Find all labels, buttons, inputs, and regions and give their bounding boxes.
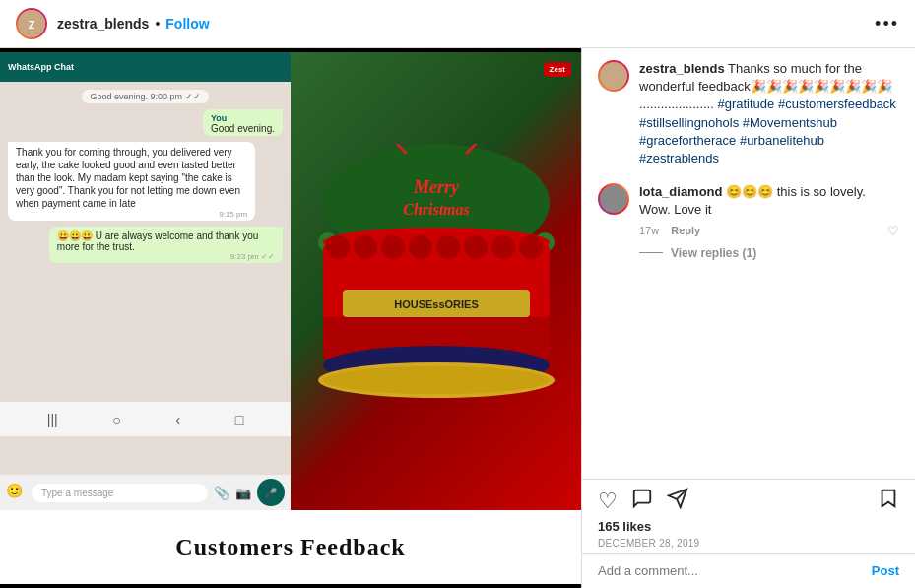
chat-bubble-sent-2: 😀😀😀 U are always welcome and thank you m… — [49, 227, 283, 263]
main-comment-username[interactable]: zestra_blends — [639, 61, 725, 76]
mic-icon: 🎤 — [265, 488, 277, 498]
add-comment-area: Post — [582, 553, 915, 588]
view-replies-text[interactable]: View replies (1) — [671, 246, 756, 260]
main-comment-content: zestra_blends Thanks so much for the won… — [639, 60, 899, 167]
comment-button[interactable] — [631, 488, 653, 515]
hashtag-zestrablends[interactable]: #zestrablends — [639, 151, 719, 165]
reply-button[interactable]: Reply — [671, 225, 700, 236]
chat-time-1: 9:15 pm — [16, 210, 247, 219]
chat-sent-text-1: Good evening. — [211, 123, 275, 134]
hashtag-gracefortherace[interactable]: #gracefortherace — [639, 133, 736, 148]
add-comment-input[interactable] — [598, 563, 864, 578]
cake-image-area: Zest Merry Christmas — [291, 52, 581, 510]
svg-text:HOUSEssORIES: HOUSEssORIES — [394, 298, 479, 310]
camera-icon: 📷 — [235, 486, 251, 500]
svg-point-16 — [409, 235, 432, 259]
emoji-icon: 🙂 — [6, 483, 26, 502]
main-layout: WhatsApp Chat Good evening. 9:00 pm ✓✓ Y… — [0, 48, 915, 588]
chat-bubble-received-1: Thank you for coming through, you delive… — [8, 142, 255, 221]
header-username[interactable]: zestra_blends — [57, 16, 149, 32]
chat-sent-text-2: 😀😀😀 U are always welcome and thank you m… — [57, 230, 275, 252]
comment-item: lota_diamond 😊😊😊 this is so lovely. Wow.… — [598, 183, 899, 237]
cake-logo-badge: Zest — [544, 62, 571, 77]
chat-input-placeholder: Type a message — [41, 488, 113, 498]
view-replies-line — [639, 252, 663, 253]
svg-point-19 — [491, 235, 515, 259]
svg-text:Christmas: Christmas — [403, 201, 470, 218]
chat-time-2: 9:23 pm ✓✓ — [57, 252, 275, 261]
composite-image: WhatsApp Chat Good evening. 9:00 pm ✓✓ Y… — [0, 52, 581, 584]
svg-point-18 — [464, 235, 488, 259]
svg-marker-29 — [882, 490, 895, 507]
comments-area: zestra_blends Thanks so much for the won… — [582, 48, 915, 479]
post-header: Z zestra_blends • Follow ••• — [0, 0, 915, 48]
comment-avatar-img — [600, 185, 627, 213]
mic-button[interactable]: 🎤 — [257, 479, 285, 506]
phone-nav-recents: □ — [235, 412, 243, 427]
commenter-username[interactable]: lota_diamond — [639, 184, 723, 199]
comment-time: 17w — [639, 225, 659, 236]
svg-text:Merry: Merry — [413, 177, 460, 197]
svg-point-14 — [354, 235, 377, 259]
actions-row: ♡ — [598, 488, 899, 515]
svg-text:Z: Z — [29, 19, 35, 31]
phone-nav-back: ‹ — [175, 412, 180, 427]
chat-header-text: WhatsApp Chat — [8, 62, 74, 72]
phone-nav-menu: ||| — [47, 412, 58, 427]
main-comment-body: Thanks so much for the wonderful feedbac… — [639, 61, 896, 165]
save-button[interactable] — [878, 488, 899, 515]
hashtag-gratitude[interactable]: #gratitude — [717, 97, 774, 111]
post-comment-button[interactable]: Post — [872, 563, 899, 578]
hashtag-movementshub[interactable]: #Movementshub — [743, 115, 837, 130]
main-comment: zestra_blends Thanks so much for the won… — [598, 60, 899, 167]
comment-text: lota_diamond 😊😊😊 this is so lovely. Wow.… — [639, 183, 899, 219]
actions-bar: ♡ 165 likes — [582, 479, 915, 553]
chat-received-text-1: Thank you for coming through, you delive… — [16, 146, 247, 210]
header-dot: • — [155, 16, 160, 32]
hashtag-stillselling[interactable]: #stillsellingnohols — [639, 115, 739, 130]
chat-time-label: Good evening. 9:00 pm ✓✓ — [82, 90, 208, 103]
cake-svg: Merry Christmas — [308, 144, 564, 420]
comment-like-icon[interactable]: ♡ — [887, 224, 899, 238]
comment-avatar[interactable] — [598, 183, 629, 215]
attachment-icon: 📎 — [214, 486, 229, 500]
caption-text: Customers Feedback — [175, 534, 405, 560]
cake-background: Zest Merry Christmas — [291, 52, 581, 510]
like-button[interactable]: ♡ — [598, 489, 618, 514]
main-comment-text: zestra_blends Thanks so much for the won… — [639, 60, 899, 167]
svg-point-20 — [519, 235, 543, 259]
svg-point-15 — [381, 235, 405, 259]
post-date: December 28, 2019 — [598, 538, 899, 549]
chat-bubble-sent-1: You Good evening. — [203, 109, 283, 136]
more-options-button[interactable]: ••• — [875, 14, 899, 34]
phone-bottom-nav: ||| ○ ‹ □ — [0, 402, 291, 436]
phone-nav-home: ○ — [112, 412, 120, 427]
comment-meta: 17w Reply ♡ — [639, 224, 899, 238]
svg-point-13 — [326, 235, 350, 259]
comment-content: lota_diamond 😊😊😊 this is so lovely. Wow.… — [639, 183, 899, 237]
svg-point-26 — [323, 366, 550, 394]
svg-point-17 — [436, 235, 460, 259]
hashtag-urbanelitehub[interactable]: #urbanelitehub — [740, 133, 824, 148]
caption-area: Customers Feedback — [0, 510, 581, 584]
main-comment-avatar[interactable] — [598, 60, 629, 92]
likes-count: 165 likes — [598, 519, 899, 534]
view-replies-section[interactable]: View replies (1) — [639, 246, 899, 260]
share-button[interactable] — [667, 488, 688, 515]
hashtag-customersfeedback[interactable]: #customersfeedback — [778, 97, 896, 111]
chat-header: WhatsApp Chat — [0, 52, 291, 82]
follow-button[interactable]: Follow — [165, 16, 209, 32]
right-sidebar: zestra_blends Thanks so much for the won… — [581, 48, 915, 588]
header-avatar-img: Z — [18, 10, 45, 37]
main-comment-avatar-img — [600, 62, 627, 90]
header-avatar[interactable]: Z — [16, 8, 47, 39]
chat-input[interactable]: Type a message — [32, 484, 208, 502]
chat-input-area: 🙂 Type a message 📎 📷 🎤 — [0, 475, 291, 510]
chat-area: WhatsApp Chat Good evening. 9:00 pm ✓✓ Y… — [0, 52, 291, 510]
post-image-area: WhatsApp Chat Good evening. 9:00 pm ✓✓ Y… — [0, 48, 581, 588]
chat-you-label: You — [211, 113, 275, 123]
